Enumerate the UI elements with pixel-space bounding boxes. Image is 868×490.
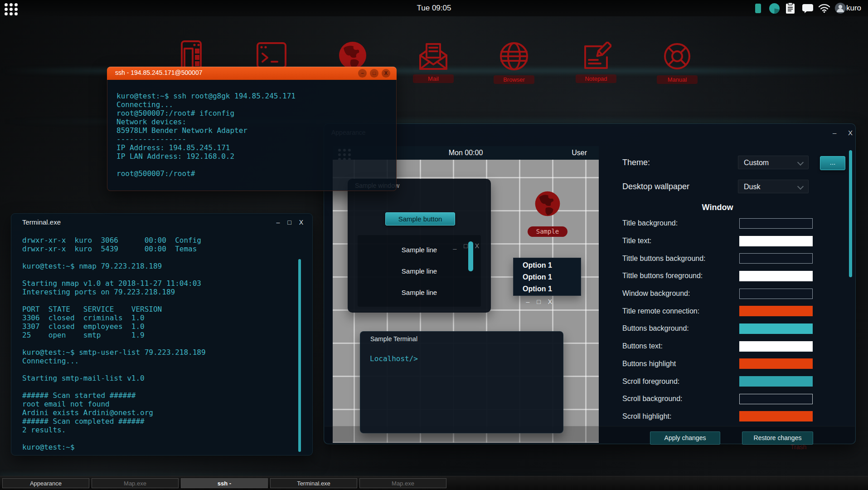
sample-line: Sample line [358,246,481,255]
desktop-icon-terminal[interactable] [250,42,293,69]
system-clock: Tue 09:05 [0,4,868,13]
battery-icon[interactable] [755,3,761,15]
ssh-window: ssh - 194.85.245.171@500007 – □ X kuro@t… [107,67,397,191]
apply-changes-button[interactable]: Apply changes [650,431,720,445]
color-swatch[interactable] [739,394,813,404]
sample-line: Sample line [358,289,481,298]
clipboard-icon[interactable] [786,2,795,16]
minimize-button[interactable]: – [276,219,280,226]
setting-label: Title text: [622,237,651,245]
color-swatch[interactable] [739,306,813,316]
color-swatch[interactable] [739,271,813,281]
username-label[interactable]: kuro [846,4,861,13]
appearance-window: Appearance – X Mon 00:00 User [324,123,856,444]
restore-changes-button[interactable]: Restore changes [742,431,813,445]
window-section-heading: Window [622,203,813,212]
desktop-icon-browser[interactable]: Browser [492,41,536,84]
setting-row: Scroll foreground: [622,372,813,390]
minimize-button[interactable]: – [358,69,367,78]
mail-icon [412,42,455,71]
setting-row: Buttons text: [622,338,813,355]
color-swatch[interactable] [739,289,813,299]
setting-row: Title background: [622,215,813,232]
setting-label: Title background: [622,219,678,227]
terminal-window: Terminal.exe – □ X drwxr-xr-x kuro 3066 … [11,213,313,456]
preview-sample-button: Sample button [385,212,455,225]
taskbar-item-ssh[interactable]: ssh - [181,478,268,488]
window-title: Terminal.exe [22,218,61,226]
system-topbar: Tue 09:05 [0,0,868,16]
color-swatch[interactable] [739,376,813,387]
ssh-terminal-body[interactable]: kuro@test:~$ ssh root@g8gk 194.85.245.17… [107,80,397,191]
preview-scrollbar-thumb [468,241,473,271]
color-swatch[interactable] [739,236,813,246]
close-button[interactable]: X [382,69,390,78]
preview-context-menu: Option 1 Option 1 Option 1 [513,258,581,296]
icon-label: Manual [657,75,698,84]
color-swatch[interactable] [739,411,813,421]
window-title: ssh - 194.85.245.171@500007 [115,69,202,76]
close-button[interactable]: X [299,219,303,226]
setting-row: Scroll highlight: [622,408,813,426]
close-button[interactable]: X [848,129,853,137]
preview-sample-terminal: Sample Terminal – □ X Localhost/> [360,331,563,433]
menu-option: Option 1 [514,271,581,283]
setting-label: Window background: [622,289,690,298]
avatar[interactable] [835,3,846,15]
setting-row: Buttons background: [622,320,813,338]
setting-label: Buttons text: [622,342,663,350]
settings-rows: Title background: Title text: Tittle but… [622,215,813,425]
desktop-icon-notepad[interactable]: Notepad [574,42,618,83]
setting-label: Tittle buttons foreground: [622,272,703,280]
icon-label: Browser [494,75,534,84]
wifi-icon[interactable] [818,4,830,15]
preview-sample-icon [533,190,562,220]
preview-terminal-prompt: Localhost/> [370,354,418,363]
setting-row: Window background: [622,285,813,303]
taskbar-item-map[interactable]: Map.exe [92,478,179,488]
terminal-icon [250,42,293,69]
setting-label: Scroll foreground: [622,377,679,386]
setting-label: Buttons background: [622,324,689,333]
setting-row: Buttons highlight [622,355,813,373]
taskbar-item-map2[interactable]: Map.exe [359,478,446,488]
taskbar-item-terminal[interactable]: Terminal.exe [270,478,357,488]
theme-dropdown[interactable]: Custom [738,156,809,169]
setting-label: Scroll highlight: [622,412,672,421]
terminal-output[interactable]: drwxr-xr-x kuro 3066 00:00 Config drwxr-… [22,236,206,451]
preview-sample-icon-label: Sample [528,226,567,237]
chevron-down-icon [797,183,804,190]
preview-username: User [572,149,587,157]
desktop-icon-manual[interactable]: Manual [655,41,699,84]
taskbar: Appearance Map.exe ssh - Terminal.exe Ma… [0,476,868,490]
preview-sample-window: Sample window _ □ X Sample button Sample… [348,179,491,313]
wallpaper-dropdown[interactable]: Dusk [738,180,809,193]
color-swatch[interactable] [739,358,813,369]
setting-label: Buttons highlight [622,360,676,368]
chat-icon[interactable] [802,4,814,15]
appearance-scrollbar[interactable] [849,150,852,277]
desktop-icon-mail[interactable]: Mail [412,42,455,83]
setting-label: Scroll background: [622,395,683,403]
maximize-button[interactable]: □ [370,69,378,78]
maximize-button[interactable]: □ [287,219,291,226]
ssh-titlebar[interactable]: ssh - 194.85.245.171@500007 – □ X [107,67,397,80]
color-swatch[interactable] [739,323,813,334]
lifebuoy-icon [655,41,699,72]
theme-more-button[interactable]: ... [820,156,845,170]
minimize-button[interactable]: – [833,129,836,137]
status-pie-icon[interactable] [769,3,780,16]
browser-globe-icon [492,41,536,72]
desktop-icon-network[interactable] [331,40,374,71]
terminal-scrollbar[interactable] [298,259,301,452]
desktop: Mail Browser Notepad [0,0,868,490]
icon-label: Mail [413,74,454,83]
setting-row: Title text: [622,232,813,250]
color-swatch[interactable] [739,218,813,229]
color-swatch[interactable] [739,253,813,264]
taskbar-item-appearance[interactable]: Appearance [2,478,89,488]
terminal-titlebar[interactable]: Terminal.exe – □ X [11,214,312,231]
color-swatch[interactable] [739,341,813,352]
setting-row: Title remote connection: [622,302,813,320]
ssh-terminal-output: kuro@test:~$ ssh root@g8gk 194.85.245.17… [116,92,296,178]
